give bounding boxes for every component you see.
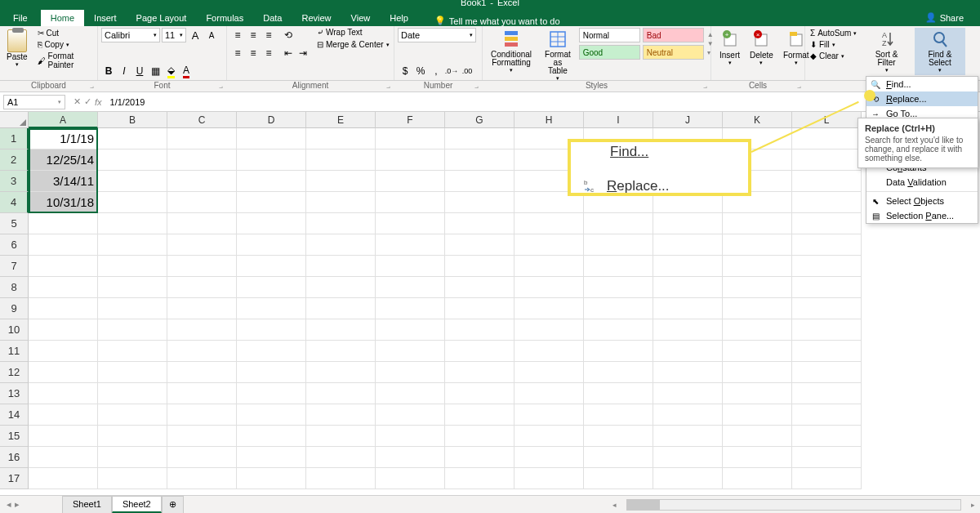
cell-I14[interactable] [584,404,653,426]
cell-F11[interactable] [376,341,445,362]
row-header-12[interactable]: 12 [0,362,29,383]
cell-F5[interactable] [376,213,445,234]
cell-D1[interactable] [237,128,306,149]
cancel-formula-icon[interactable]: ✕ [74,96,81,107]
cell-I15[interactable] [584,426,653,447]
cell-J17[interactable] [653,468,723,489]
select-all-corner[interactable] [0,112,29,128]
style-normal[interactable]: Normal [579,28,640,42]
cell-J12[interactable] [653,362,723,383]
add-sheet-button[interactable]: ⊕ [162,496,184,513]
cell-C9[interactable] [167,298,237,319]
cell-F8[interactable] [376,277,445,298]
cell-K5[interactable] [723,213,792,234]
cell-C6[interactable] [167,234,237,256]
cell-D14[interactable] [237,404,306,426]
cell-E14[interactable] [306,404,376,426]
cell-F15[interactable] [376,426,445,447]
cell-L13[interactable] [792,383,862,404]
percent-button[interactable]: % [413,64,428,78]
cell-L12[interactable] [792,362,862,383]
cell-K11[interactable] [723,341,792,362]
row-header-5[interactable]: 5 [0,213,29,234]
cell-C15[interactable] [167,426,237,447]
cell-E16[interactable] [306,447,376,468]
cell-B4[interactable] [98,192,167,213]
underline-button[interactable]: U [132,64,147,78]
decrease-indent-button[interactable]: ⇤ [281,46,296,60]
cell-L15[interactable] [792,426,862,447]
cell-D16[interactable] [237,447,306,468]
horizontal-scrollbar[interactable] [626,499,961,511]
cell-B15[interactable] [98,426,167,447]
cell-D7[interactable] [237,256,306,277]
cell-G4[interactable] [445,192,514,213]
sheet-tab-2[interactable]: Sheet2 [112,496,162,513]
copy-button[interactable]: ⎘Copy ▾ [36,39,94,50]
cell-C10[interactable] [167,319,237,341]
cell-B12[interactable] [98,362,167,383]
cell-F6[interactable] [376,234,445,256]
row-header-17[interactable]: 17 [0,468,29,489]
tell-me[interactable]: 💡 Tell me what you want to do [418,16,560,26]
cell-F16[interactable] [376,447,445,468]
cell-K9[interactable] [723,298,792,319]
cell-H8[interactable] [514,277,584,298]
cell-K7[interactable] [723,256,792,277]
cell-G9[interactable] [445,298,514,319]
cell-F1[interactable] [376,128,445,149]
cell-I9[interactable] [584,298,653,319]
cell-L1[interactable] [792,128,862,149]
format-as-table-button[interactable]: Format as Table▾ [540,28,576,83]
cell-C16[interactable] [167,447,237,468]
cell-A2[interactable]: 12/25/14 [29,149,98,171]
dd-replace[interactable]: ⟲Replace... [866,91,978,106]
cell-C12[interactable] [167,362,237,383]
cell-E11[interactable] [306,341,376,362]
cell-I13[interactable] [584,383,653,404]
cell-G14[interactable] [445,404,514,426]
cell-C4[interactable] [167,192,237,213]
cell-F14[interactable] [376,404,445,426]
style-bad[interactable]: Bad [643,28,704,42]
cell-B7[interactable] [98,256,167,277]
orientation-button[interactable]: ⟲ [281,28,296,42]
cell-B3[interactable] [98,171,167,192]
col-header-G[interactable]: G [445,112,514,128]
row-header-14[interactable]: 14 [0,404,29,426]
dd-find[interactable]: 🔍Find... [866,77,978,91]
cell-H14[interactable] [514,404,584,426]
name-box[interactable]: A1▾ [3,95,65,109]
cell-C1[interactable] [167,128,237,149]
cell-A5[interactable] [29,213,98,234]
row-header-16[interactable]: 16 [0,447,29,468]
col-header-I[interactable]: I [584,112,653,128]
delete-cells-button[interactable]: × Delete▾ [745,28,778,68]
cell-F13[interactable] [376,383,445,404]
col-header-D[interactable]: D [237,112,306,128]
cell-L2[interactable] [792,149,862,171]
cell-I6[interactable] [584,234,653,256]
col-header-F[interactable]: F [376,112,445,128]
cell-A6[interactable] [29,234,98,256]
tab-help[interactable]: Help [380,10,418,26]
cell-H11[interactable] [514,341,584,362]
cell-E10[interactable] [306,319,376,341]
cell-B14[interactable] [98,404,167,426]
cell-G17[interactable] [445,468,514,489]
cell-L11[interactable] [792,341,862,362]
col-header-B[interactable]: B [98,112,167,128]
cell-D3[interactable] [237,171,306,192]
insert-cells-button[interactable]: + Insert▾ [715,28,745,68]
cell-F9[interactable] [376,298,445,319]
tab-insert[interactable]: Insert [84,10,127,26]
cell-L9[interactable] [792,298,862,319]
sheet-nav-prev[interactable]: ◂ [7,499,11,510]
row-header-3[interactable]: 3 [0,171,29,192]
cell-G12[interactable] [445,362,514,383]
cell-H13[interactable] [514,383,584,404]
cell-C17[interactable] [167,468,237,489]
cell-C7[interactable] [167,256,237,277]
cell-L5[interactable] [792,213,862,234]
cell-B8[interactable] [98,277,167,298]
